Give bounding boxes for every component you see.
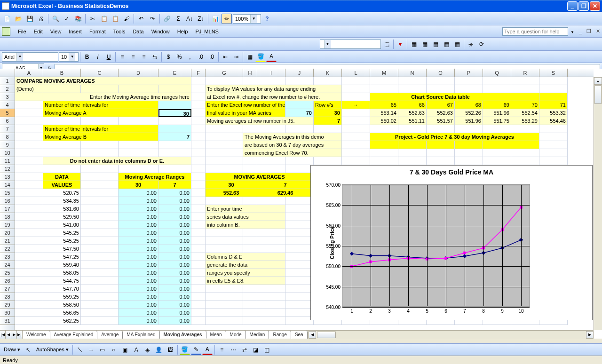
cell[interactable]: MOVING AVERAGES [206,173,314,181]
cell[interactable]: To display MA values for any data range … [206,85,342,93]
tab-last-button[interactable]: ▶| [17,331,23,339]
cell[interactable] [191,133,206,141]
cell[interactable] [81,261,119,269]
cell[interactable]: 70 [511,101,539,109]
cell[interactable]: 531.60 [43,205,81,213]
save-icon[interactable]: 💾 [24,14,35,24]
cell[interactable] [285,317,314,325]
cell[interactable] [257,285,285,293]
cell[interactable] [398,77,427,85]
redo-icon[interactable]: ↷ [147,14,158,24]
cell[interactable] [206,141,243,149]
cell[interactable] [206,149,243,157]
cell[interactable]: 0.00 [158,261,191,269]
cell[interactable] [285,285,314,293]
cell[interactable]: Enter your time [206,205,285,213]
cell[interactable] [539,157,568,165]
cell[interactable] [81,141,119,149]
cell[interactable]: 0.00 [119,301,158,309]
cell[interactable] [455,157,483,165]
cell[interactable] [511,85,539,93]
cell[interactable] [81,117,119,125]
cell[interactable]: 7 [158,133,191,141]
cell[interactable] [15,229,43,237]
cell[interactable] [243,245,257,253]
cell[interactable] [243,197,257,205]
cell[interactable] [81,221,119,229]
cell[interactable] [191,77,206,85]
cell[interactable] [81,189,119,197]
tb-icon-1[interactable]: ⬚ [381,39,392,49]
spelling-icon[interactable]: ✓ [62,14,72,24]
col-header-Q[interactable]: Q [483,69,511,77]
cell[interactable] [511,157,539,165]
cell[interactable]: → [342,101,370,109]
cell[interactable]: DATA [43,173,81,181]
tab-next-button[interactable]: ▶ [11,331,17,339]
cell[interactable] [81,301,119,309]
cell[interactable] [206,301,243,309]
cell[interactable] [342,117,370,125]
cell[interactable] [206,77,243,85]
cell[interactable]: Row #'s [314,101,342,109]
cell[interactable]: 0.00 [119,293,158,301]
textbox-icon[interactable]: ▣ [120,345,130,355]
select-all-corner[interactable] [0,69,15,77]
cell[interactable] [285,277,314,285]
cell[interactable] [257,293,285,301]
cell[interactable]: 30 [206,181,257,189]
menu-pj_mlns[interactable]: PJ_MLNS [191,28,222,35]
cell[interactable]: 551.11 [398,117,427,125]
cell[interactable]: 558.05 [43,269,81,277]
cell[interactable] [43,149,81,157]
cell[interactable] [81,317,119,325]
cell[interactable] [285,229,314,237]
unknown-combo[interactable]: ▼ [320,40,381,49]
italic-button[interactable]: I [93,52,103,62]
sort-asc-icon[interactable]: A↓ [184,14,195,24]
chart-object[interactable]: 7 & 30 Days Gold Price MA Closing Price … [310,165,593,320]
tb-icon-8[interactable]: ⚹ [466,39,476,49]
cell[interactable]: 30 [314,109,342,117]
cell[interactable] [342,125,370,133]
cell[interactable]: 547.70 [43,285,81,293]
row-header-23[interactable]: 23 [0,253,15,261]
cell[interactable] [81,269,119,277]
cell[interactable] [191,277,206,285]
cell[interactable]: 0.00 [158,213,191,221]
cell[interactable]: 0.00 [158,301,191,309]
cell[interactable] [15,173,43,181]
cell[interactable] [370,85,398,93]
cell[interactable]: commencing Excel Row 70. [243,149,342,157]
undo-icon[interactable]: ↶ [136,14,146,24]
cell[interactable] [539,85,568,93]
cell[interactable]: 67 [427,101,455,109]
cell[interactable] [43,85,81,93]
cell[interactable] [43,117,81,125]
select-objects-icon[interactable]: ↖ [23,345,33,355]
cell[interactable]: 0.00 [119,197,158,205]
cell[interactable] [285,261,314,269]
col-header-C[interactable]: C [81,69,119,77]
col-header-K[interactable]: K [314,69,342,77]
cell[interactable] [191,293,206,301]
print-icon[interactable]: 🖨 [36,14,46,24]
cell[interactable] [43,165,81,173]
cell[interactable] [539,149,568,157]
cell[interactable] [342,149,370,157]
cell[interactable] [539,93,568,101]
cell[interactable] [15,301,43,309]
cell[interactable] [285,301,314,309]
fill-color-icon[interactable]: 🪣 [180,345,190,355]
tb-icon-9[interactable]: ⟳ [476,39,487,49]
cell[interactable] [285,165,314,173]
menu-data[interactable]: Data [129,28,147,35]
cell[interactable]: 559.25 [43,293,81,301]
cell[interactable]: 0.00 [119,205,158,213]
cell[interactable] [257,157,285,165]
cell[interactable]: 30 [158,109,191,117]
cell[interactable] [285,237,314,245]
cell[interactable] [191,285,206,293]
cell[interactable]: series data values [206,213,285,221]
col-header-L[interactable]: L [342,69,370,77]
